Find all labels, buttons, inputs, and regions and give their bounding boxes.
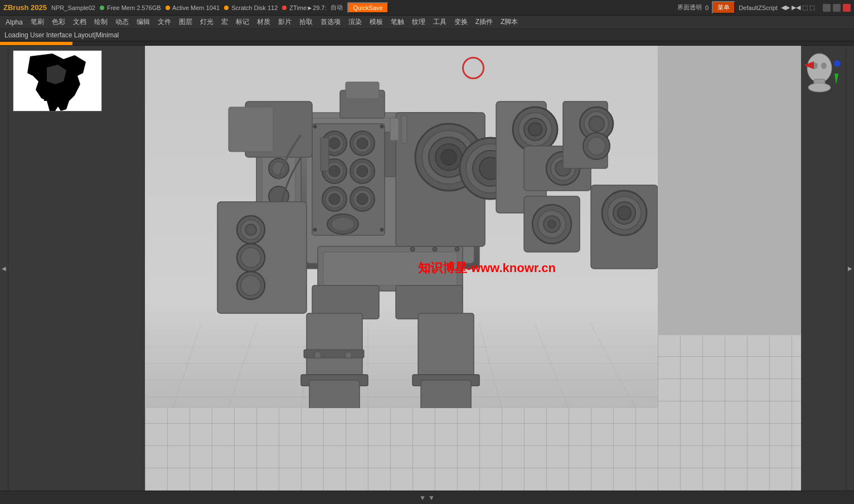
menu-item-绘制[interactable]: 绘制: [91, 16, 111, 28]
svg-point-123: [241, 275, 261, 295]
left-sidebar-arrow[interactable]: ◀: [2, 265, 6, 272]
svg-rect-77: [307, 313, 362, 380]
interface-value: 0: [705, 4, 709, 11]
maximize-button[interactable]: [833, 4, 841, 12]
minimize-button[interactable]: [823, 4, 831, 12]
mech-robot-svg: [145, 46, 658, 408]
menu-item-笔刷[interactable]: 笔刷: [27, 16, 47, 28]
auto-label: 自动: [331, 3, 343, 12]
menu-button[interactable]: 菜单: [712, 1, 735, 14]
svg-rect-94: [346, 82, 379, 99]
right-sidebar-toggle[interactable]: ▶: [846, 46, 854, 491]
progress-bar: [0, 42, 72, 45]
navigation-gizmo[interactable]: [804, 51, 843, 96]
menu-item-文档[interactable]: 文档: [70, 16, 90, 28]
close-button[interactable]: [843, 4, 851, 12]
svg-point-101: [314, 352, 321, 358]
menu-item-首选项[interactable]: 首选项: [317, 16, 344, 28]
svg-marker-132: [834, 74, 838, 85]
svg-point-97: [410, 247, 415, 251]
svg-point-30: [357, 166, 368, 177]
quicksave-button[interactable]: QuickSave: [347, 2, 388, 13]
svg-point-131: [834, 60, 841, 67]
svg-point-119: [245, 224, 256, 235]
svg-point-24: [357, 138, 368, 149]
svg-point-99: [455, 247, 459, 251]
svg-point-70: [588, 137, 605, 155]
svg-point-129: [808, 83, 831, 92]
svg-point-125: [807, 54, 832, 83]
gizmo-svg: [804, 51, 843, 96]
svg-rect-79: [309, 380, 360, 408]
script-label: DefaultZScript: [739, 4, 778, 11]
menu-item-模板[interactable]: 模板: [366, 16, 386, 28]
menu-item-Z插件[interactable]: Z插件: [472, 16, 496, 28]
svg-point-68: [589, 116, 604, 132]
svg-point-89: [313, 125, 317, 128]
svg-rect-74: [323, 252, 457, 285]
menu-item-Alpha[interactable]: Alpha: [2, 17, 26, 27]
menu-item-宏[interactable]: 宏: [218, 16, 231, 28]
main-area: ◀: [0, 46, 854, 491]
status-bar: Loading User Interface Layout|Minimal: [0, 29, 854, 41]
svg-rect-1: [44, 84, 52, 101]
svg-point-102: [345, 352, 352, 358]
right-panel: [801, 46, 846, 491]
svg-point-21: [329, 138, 340, 149]
progress-container: [0, 41, 854, 46]
thumbnail-svg: [13, 51, 102, 112]
interface-label: 界面透明: [677, 3, 702, 12]
scratch-disk-indicator: Scratch Disk 112: [224, 4, 278, 11]
menu-item-灯光[interactable]: 灯光: [197, 16, 217, 28]
svg-point-27: [329, 166, 340, 177]
menu-item-变换[interactable]: 变换: [451, 16, 471, 28]
menu-bar: Alpha笔刷色彩文档绘制动态编辑文件图层灯光宏标记材质影片拾取首选项渲染模板笔…: [0, 16, 854, 29]
mech-container: [145, 46, 801, 491]
menu-item-图层[interactable]: 图层: [176, 16, 196, 28]
menu-item-拾取[interactable]: 拾取: [296, 16, 316, 28]
svg-point-44: [441, 149, 457, 165]
menu-item-色彩[interactable]: 色彩: [48, 16, 69, 28]
project-name: NPR_Sample02: [51, 4, 95, 11]
bottom-bar: ▼ ▼: [0, 491, 854, 504]
svg-rect-84: [421, 380, 471, 408]
ztime-indicator: ZTime►29.7:: [282, 4, 326, 11]
menu-item-渲染[interactable]: 渲染: [345, 16, 365, 28]
svg-rect-100: [304, 350, 364, 358]
svg-point-110: [548, 220, 556, 228]
svg-rect-95: [390, 118, 399, 140]
menu-item-Z脚本[interactable]: Z脚本: [497, 16, 521, 28]
menu-item-工具[interactable]: 工具: [430, 16, 450, 28]
svg-point-60: [528, 123, 542, 136]
app-logo: ZBrush 2025: [3, 3, 47, 12]
menu-item-纹理[interactable]: 纹理: [409, 16, 429, 28]
svg-rect-87: [321, 138, 329, 171]
undo-circle-indicator: [462, 57, 484, 79]
svg-rect-96: [401, 115, 407, 143]
menu-item-动态[interactable]: 动态: [112, 16, 132, 28]
svg-point-90: [380, 125, 384, 128]
title-icons: ◀▶ ▶◀ ⬚ ⬚: [781, 4, 815, 11]
active-mem-indicator: Active Mem 1041: [166, 4, 220, 11]
menu-item-标记[interactable]: 标记: [232, 16, 253, 28]
menu-item-编辑[interactable]: 编辑: [133, 16, 153, 28]
right-sidebar-arrow[interactable]: ▶: [848, 265, 852, 272]
svg-point-115: [618, 206, 631, 220]
left-sidebar-toggle[interactable]: ◀: [0, 46, 8, 491]
document-thumbnail: [13, 50, 102, 112]
bottom-arrow-right[interactable]: ▼: [428, 494, 435, 502]
svg-point-98: [433, 247, 437, 251]
svg-point-33: [329, 193, 340, 205]
menu-item-文件[interactable]: 文件: [154, 16, 174, 28]
menu-item-影片[interactable]: 影片: [275, 16, 295, 28]
svg-point-92: [380, 228, 384, 231]
viewport[interactable]: 知识博星-www.knowr.cn: [145, 46, 801, 491]
svg-point-38: [332, 217, 354, 231]
menu-item-笔触[interactable]: 笔触: [387, 16, 407, 28]
svg-point-121: [241, 248, 261, 268]
svg-rect-82: [418, 313, 474, 380]
svg-rect-2: [55, 85, 63, 101]
left-panel: [8, 46, 145, 491]
bottom-arrow-left[interactable]: ▼: [419, 494, 426, 502]
menu-item-材质[interactable]: 材质: [254, 16, 274, 28]
